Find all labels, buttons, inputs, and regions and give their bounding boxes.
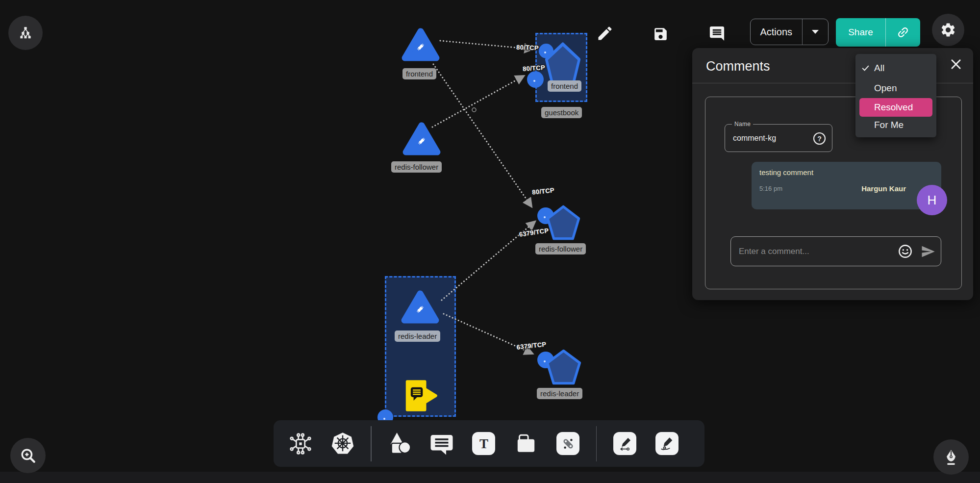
- save-button[interactable]: [653, 26, 669, 42]
- tool-text[interactable]: T: [470, 420, 498, 467]
- comments-panel-title: Comments: [706, 59, 770, 74]
- chevron-down-icon: [811, 29, 819, 34]
- filter-option-label: For Me: [874, 120, 904, 130]
- note-marker[interactable]: [403, 377, 438, 415]
- filter-option-open[interactable]: Open: [855, 78, 936, 98]
- pen-icon: [616, 435, 633, 452]
- pod-pentagon-shape: [545, 348, 582, 386]
- comment-icon: [708, 25, 726, 42]
- name-field-label: Name: [732, 121, 753, 127]
- help-icon: ?: [813, 132, 826, 145]
- filter-option-label: Open: [874, 83, 897, 94]
- node-pod-redis-follower[interactable]: [546, 204, 581, 241]
- node-service-redis-leader[interactable]: [401, 288, 440, 326]
- filter-option-label: All: [874, 63, 884, 74]
- toolbar-divider: [596, 426, 597, 461]
- service-triangle-shape: [401, 26, 440, 63]
- comment-name-field[interactable]: Name comment-kg ?: [725, 124, 832, 152]
- pod-pentagon-shape: [546, 204, 581, 241]
- actions-button[interactable]: Actions: [750, 19, 829, 45]
- shapes-icon: [387, 431, 412, 457]
- tool-square: [613, 432, 636, 455]
- architecture-icon: [288, 431, 313, 457]
- text-icon: T: [477, 436, 491, 451]
- hierarchy-button[interactable]: [8, 16, 43, 50]
- comments-filter-menu: All Open Resolved For Me: [855, 54, 936, 137]
- comment-time: 5:16 pm: [759, 185, 782, 192]
- service-triangle-shape: [402, 120, 441, 157]
- tool-comment[interactable]: [427, 420, 456, 467]
- avatar[interactable]: H: [917, 185, 947, 215]
- edit-button[interactable]: [596, 25, 614, 42]
- node-label: frontend: [548, 80, 581, 92]
- pen-mode-button[interactable]: [933, 439, 969, 475]
- note-icon: [514, 432, 538, 456]
- tool-kubernetes[interactable]: [328, 420, 357, 467]
- node-service-redis-follower[interactable]: [402, 120, 441, 157]
- toolbar-divider: [371, 426, 372, 461]
- actions-label[interactable]: Actions: [751, 19, 802, 45]
- tool-pen[interactable]: [610, 420, 639, 467]
- node-label: redis-follower: [535, 243, 586, 254]
- tool-connector[interactable]: [554, 420, 582, 467]
- node-label: redis-leader: [395, 330, 440, 342]
- share-label[interactable]: Share: [836, 18, 885, 47]
- filter-option-all[interactable]: All: [855, 58, 936, 78]
- service-triangle-shape: [401, 288, 440, 326]
- comments-toggle-button[interactable]: [708, 25, 726, 42]
- comment-item[interactable]: testing comment 5:16 pm Hargun Kaur: [752, 162, 941, 209]
- node-label: frontend: [402, 68, 436, 79]
- shape-toolbar: T: [274, 420, 704, 467]
- filter-option-resolved[interactable]: Resolved: [859, 98, 932, 117]
- link-icon: [896, 25, 910, 39]
- scribble-icon: [658, 435, 675, 452]
- connector-icon: [560, 435, 577, 452]
- settings-button[interactable]: [932, 14, 964, 46]
- comment-input[interactable]: [731, 247, 895, 256]
- node-label: redis-follower: [391, 161, 442, 173]
- edge-port-label: 80/TCP: [523, 64, 546, 73]
- comment-input-box[interactable]: [730, 236, 941, 266]
- save-icon: [653, 26, 669, 42]
- name-help-button[interactable]: ?: [813, 132, 826, 145]
- tool-note[interactable]: [512, 420, 540, 467]
- tool-square: [556, 432, 579, 455]
- gear-icon: [940, 22, 956, 38]
- node-service-frontend[interactable]: [401, 26, 440, 63]
- close-icon: [949, 57, 963, 71]
- copy-link-button[interactable]: [886, 18, 920, 47]
- comment-text: testing comment: [759, 168, 933, 177]
- pen-nib-icon: [942, 448, 960, 466]
- edge-frontend-to-follower-pod: [433, 64, 531, 206]
- node-pod-redis-leader[interactable]: [545, 348, 582, 386]
- comment-tool-icon: [428, 431, 455, 457]
- avatar-initial: H: [928, 193, 937, 208]
- actions-dropdown-toggle[interactable]: [803, 19, 828, 45]
- filter-option-for-me[interactable]: For Me: [855, 117, 936, 133]
- port-guestbook-2[interactable]: [527, 71, 544, 88]
- tool-shapes[interactable]: [385, 420, 414, 467]
- port-guestbook-1[interactable]: [539, 44, 553, 58]
- tool-architecture[interactable]: [286, 420, 315, 467]
- tool-square: [655, 432, 678, 455]
- emoji-button[interactable]: [895, 244, 915, 259]
- tool-square: T: [472, 432, 495, 455]
- share-button[interactable]: Share: [836, 18, 920, 47]
- filter-option-label: Resolved: [874, 102, 913, 113]
- name-field-value[interactable]: comment-kg: [733, 134, 776, 143]
- send-icon: [921, 244, 935, 259]
- zoom-in-icon: [20, 447, 36, 464]
- smiley-icon: [898, 244, 913, 259]
- group-label: guestbook: [541, 107, 582, 118]
- tool-scribble[interactable]: [653, 420, 681, 467]
- kubernetes-icon: [330, 431, 355, 457]
- app-root: { "colors": { "background": "#131313", "…: [0, 0, 980, 483]
- node-label: redis-leader: [537, 388, 582, 399]
- pencil-icon: [596, 25, 614, 42]
- edge-port-label: 80/TCP: [516, 44, 539, 52]
- send-button[interactable]: [915, 244, 941, 259]
- edge-crossing-ring: [472, 108, 476, 112]
- close-comments-button[interactable]: [949, 57, 965, 73]
- check-icon: [861, 63, 870, 73]
- zoom-in-button[interactable]: [10, 438, 46, 473]
